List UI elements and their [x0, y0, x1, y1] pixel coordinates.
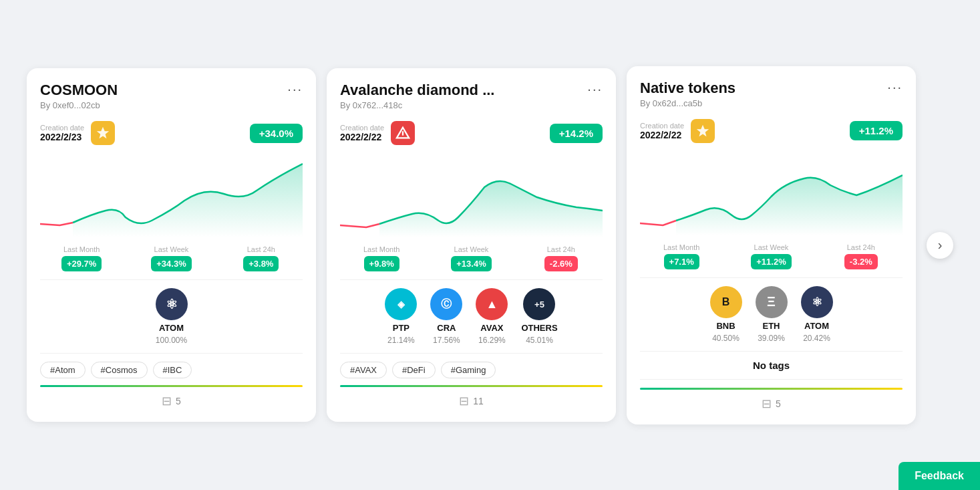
watch-count: ⊟ 11: [340, 394, 603, 408]
card-title: Avalanche diamond ...: [340, 82, 494, 99]
tag-cosmos[interactable]: #Cosmos: [91, 362, 148, 378]
watch-icon: ⊟: [762, 396, 772, 411]
stat-last-month: Last Month +7.1%: [640, 243, 723, 269]
stat-last-24h: Last 24h -3.2%: [820, 243, 903, 269]
tokens-row: ⚛ ATOM 100.00%: [40, 288, 303, 345]
svg-marker-0: [97, 127, 109, 138]
stat-last-month: Last Month +29.7%: [40, 245, 123, 271]
chain-icon-binance: [91, 121, 115, 145]
chart-area: [640, 148, 903, 235]
tag-ibc[interactable]: #IBC: [153, 362, 192, 378]
no-tags-label: No tags: [640, 360, 903, 371]
card-title-group: Avalanche diamond ... By 0x762...418c: [340, 82, 494, 110]
watch-icon: ⊟: [162, 394, 172, 408]
stat-last-week: Last Week +11.2%: [729, 243, 812, 269]
divider2: [40, 353, 303, 354]
token-ptp: ◈ PTP 21.14%: [385, 288, 417, 345]
token-bnb: B BNB 40.50%: [710, 286, 742, 343]
watch-count: ⊟ 5: [640, 396, 903, 411]
card-header: Native tokens By 0x62d...ca5b ···: [640, 80, 903, 108]
card-header: Avalanche diamond ... By 0x762...418c ··…: [340, 82, 603, 110]
card-title: Native tokens: [640, 80, 736, 97]
cards-container: COSMOON By 0xef0...02cb ··· Creation dat…: [13, 53, 967, 438]
divider: [40, 279, 303, 280]
creation-info: Creation date 2022/2/22: [640, 119, 715, 143]
chart-area: [40, 150, 303, 237]
chevron-right-icon: ›: [938, 237, 943, 253]
token-atom2: ⚛ ATOM 20.42%: [801, 286, 833, 343]
creation-text: Creation date 2022/2/22: [640, 122, 684, 140]
token-icon-bnb: B: [710, 286, 742, 318]
token-icon-atom: ⚛: [156, 288, 188, 320]
stat-last-24h: Last 24h +3.8%: [220, 245, 303, 271]
menu-button[interactable]: ···: [287, 82, 303, 97]
card-native-tokens: Native tokens By 0x62d...ca5b ··· Creati…: [627, 66, 916, 424]
change-badge: +11.2%: [850, 121, 903, 140]
card-subtitle: By 0x762...418c: [340, 100, 494, 110]
card-title-group: Native tokens By 0x62d...ca5b: [640, 80, 736, 108]
card-title: COSMOON: [40, 82, 118, 99]
token-icon-avax: ▲: [476, 288, 508, 320]
token-cra: Ⓒ CRA 17.56%: [430, 288, 462, 345]
stats-row: Last Month +29.7% Last Week +34.3% Last …: [40, 245, 303, 271]
stat-last-week: Last Week +34.3%: [130, 245, 212, 271]
tag-avax[interactable]: #AVAX: [340, 362, 387, 378]
token-icon-eth: Ξ: [756, 286, 788, 318]
token-icon-cra: Ⓒ: [430, 288, 462, 320]
tag-defi[interactable]: #DeFi: [392, 362, 436, 378]
tags-row: #AVAX #DeFi #Gaming: [340, 362, 603, 378]
creation-row: Creation date 2022/2/22 +11.2%: [640, 119, 903, 143]
chain-icon-avalanche: [391, 121, 415, 145]
stats-row: Last Month +9.8% Last Week +13.4% Last 2…: [340, 245, 603, 271]
card-avalanche: Avalanche diamond ... By 0x762...418c ··…: [327, 68, 616, 422]
tokens-row: B BNB 40.50% Ξ ETH 39.09% ⚛ ATOM 20.42%: [640, 286, 903, 343]
tag-gaming[interactable]: #Gaming: [441, 362, 496, 378]
divider2: [340, 353, 603, 354]
chart-area: [340, 150, 603, 237]
token-others: +5 OTHERS 45.01%: [521, 288, 557, 345]
divider2: [640, 351, 903, 352]
token-atom: ⚛ ATOM 100.00%: [156, 288, 188, 345]
token-avax: ▲ AVAX 16.29%: [476, 288, 508, 345]
creation-row: Creation date 2022/2/23 +34.0%: [40, 121, 303, 145]
stat-last-week: Last Week +13.4%: [430, 245, 512, 271]
watch-icon: ⊟: [459, 394, 469, 408]
divider: [640, 277, 903, 278]
gradient-bar: [40, 385, 303, 387]
menu-button[interactable]: ···: [587, 82, 603, 97]
card-header: COSMOON By 0xef0...02cb ···: [40, 82, 303, 110]
token-icon-atom2: ⚛: [801, 286, 833, 318]
tags-row: #Atom #Cosmos #IBC: [40, 362, 303, 378]
card-title-group: COSMOON By 0xef0...02cb: [40, 82, 118, 110]
chain-icon-binance2: [691, 119, 715, 143]
creation-row: Creation date 2022/2/22 +14.2%: [340, 121, 603, 145]
card-subtitle: By 0xef0...02cb: [40, 100, 118, 110]
creation-text: Creation date 2022/2/22: [340, 124, 384, 142]
feedback-button[interactable]: Feedback: [899, 462, 980, 490]
gradient-bar: [640, 388, 903, 390]
gradient-bar: [340, 385, 603, 387]
change-badge: +14.2%: [550, 124, 603, 143]
token-icon-ptp: ◈: [385, 288, 417, 320]
tag-atom[interactable]: #Atom: [40, 362, 86, 378]
svg-marker-3: [697, 124, 709, 136]
creation-info: Creation date 2022/2/23: [40, 121, 115, 145]
card-subtitle: By 0x62d...ca5b: [640, 98, 736, 108]
token-eth: Ξ ETH 39.09%: [756, 286, 788, 343]
token-icon-others: +5: [523, 288, 555, 320]
next-arrow-button[interactable]: ›: [927, 232, 953, 259]
divider3: [640, 379, 903, 380]
tokens-row: ◈ PTP 21.14% Ⓒ CRA 17.56% ▲ AVAX 16.29% …: [340, 288, 603, 345]
card-cosmoon: COSMOON By 0xef0...02cb ··· Creation dat…: [27, 68, 316, 422]
stats-row: Last Month +7.1% Last Week +11.2% Last 2…: [640, 243, 903, 269]
creation-info: Creation date 2022/2/22: [340, 121, 415, 145]
stat-last-24h: Last 24h -2.6%: [520, 245, 603, 271]
creation-text: Creation date 2022/2/23: [40, 124, 84, 142]
menu-button[interactable]: ···: [887, 80, 903, 95]
watch-count: ⊟ 5: [40, 394, 303, 408]
divider: [340, 279, 603, 280]
change-badge: +34.0%: [250, 124, 303, 143]
stat-last-month: Last Month +9.8%: [340, 245, 423, 271]
